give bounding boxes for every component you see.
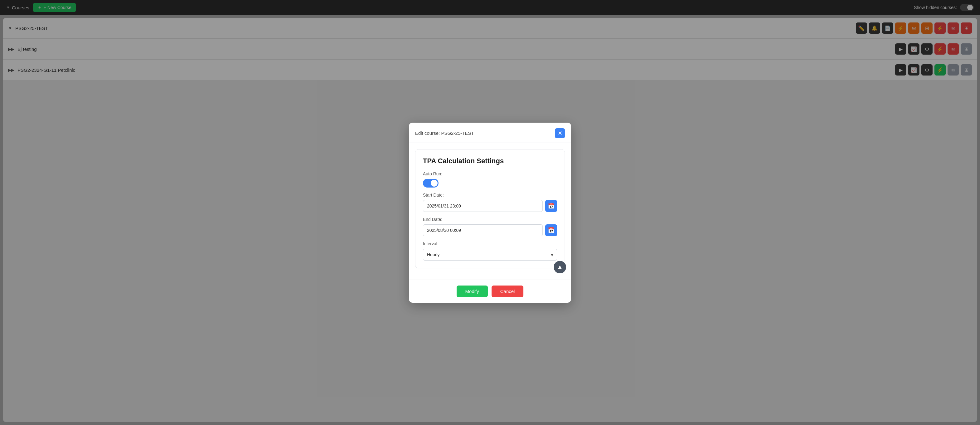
end-date-row: 📅 xyxy=(423,224,557,236)
start-date-input[interactable] xyxy=(423,200,543,212)
end-date-calendar-button[interactable]: 📅 xyxy=(545,224,557,236)
modal-body: TPA Calculation Settings Auto Run: Start… xyxy=(409,143,571,280)
scroll-up-button[interactable]: ▲ xyxy=(554,261,566,273)
section-title: TPA Calculation Settings xyxy=(423,157,557,165)
modal-header: Edit course: PSG2-25-TEST ✕ xyxy=(409,123,571,143)
auto-run-toggle[interactable] xyxy=(423,179,439,188)
modal-title: Edit course: PSG2-25-TEST xyxy=(415,131,474,136)
end-date-label: End Date: xyxy=(423,217,557,222)
modal-close-button[interactable]: ✕ xyxy=(555,128,565,138)
tpa-settings-section: TPA Calculation Settings Auto Run: Start… xyxy=(415,149,565,268)
modal-course-name: PSG2-25-TEST xyxy=(441,131,474,136)
interval-label: Interval: xyxy=(423,241,557,246)
interval-select-wrapper: Hourly Daily Weekly Monthly ▾ xyxy=(423,249,557,261)
start-date-label: Start Date: xyxy=(423,193,557,197)
modal-title-text: Edit course: xyxy=(415,131,440,136)
modal-overlay: Edit course: PSG2-25-TEST ✕ TPA Calculat… xyxy=(0,0,980,425)
end-date-input[interactable] xyxy=(423,224,543,236)
modal-footer: Modify Cancel xyxy=(409,280,571,303)
modify-button[interactable]: Modify xyxy=(457,285,488,297)
interval-select[interactable]: Hourly Daily Weekly Monthly xyxy=(423,249,557,261)
auto-run-label: Auto Run: xyxy=(423,171,557,176)
start-date-row: 📅 xyxy=(423,200,557,212)
cancel-button[interactable]: Cancel xyxy=(492,285,524,297)
edit-course-modal: Edit course: PSG2-25-TEST ✕ TPA Calculat… xyxy=(409,123,571,303)
start-date-calendar-button[interactable]: 📅 xyxy=(545,200,557,212)
